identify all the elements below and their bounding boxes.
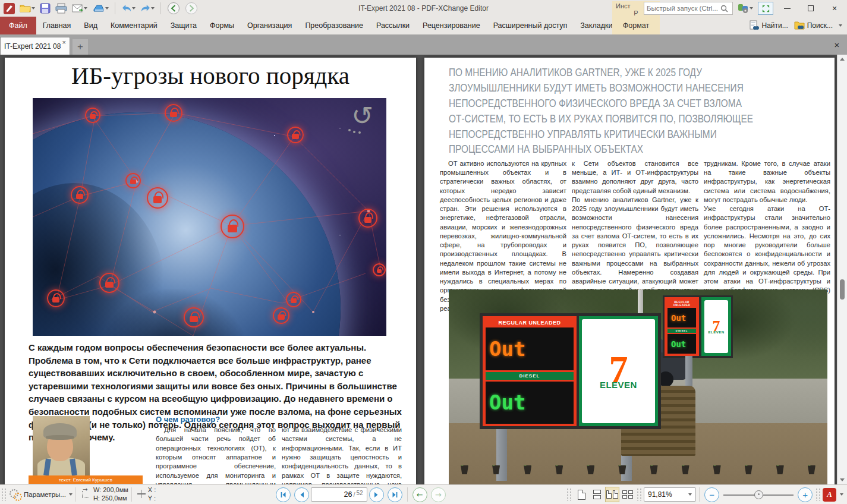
undo-button[interactable] xyxy=(120,1,137,15)
padlock-icon xyxy=(85,108,100,123)
menu-organize[interactable]: Организация xyxy=(241,17,298,34)
email-button[interactable] xyxy=(71,1,89,15)
gas-price-sign-main: REGULAR UNLEADED Out DIESEL Out 7 ELEVEN xyxy=(480,313,661,429)
gas-price-sign-far: REGULAR UNLEADED Out DIESEL Out 7 ELEVEN xyxy=(663,295,733,358)
find-button[interactable]: Найти... xyxy=(750,20,788,31)
search-folder-icon xyxy=(794,21,805,30)
history-forward-button[interactable]: → xyxy=(431,487,446,502)
zoom-level-dropdown[interactable]: 91,81% xyxy=(644,487,696,502)
zoom-slider[interactable] xyxy=(723,487,794,502)
history-back-button[interactable]: ← xyxy=(413,487,427,502)
padlock-icon xyxy=(358,209,377,228)
parameters-dropdown[interactable]: Параметры... xyxy=(24,491,73,498)
right-page-column-3: трудникам. Кроме того, в случае атаки на… xyxy=(704,159,830,304)
padlock-icon xyxy=(165,104,182,122)
menu-accessibility[interactable]: Расширенный доступ xyxy=(487,17,574,34)
page-number-input[interactable]: 26 / 52 xyxy=(311,487,367,502)
app-window: IT-Expert 2021 08 - PDF-XChange Editor И… xyxy=(0,0,847,504)
pull-quote-headline: ПО МНЕНИЮ АНАЛИТИКОВ GARTNER, УЖЕ К 2025… xyxy=(449,65,826,158)
scroll-down-icon[interactable] xyxy=(839,477,845,483)
scroll-up-icon[interactable] xyxy=(839,56,845,62)
chevron-down-icon[interactable] xyxy=(840,493,843,496)
tab-close-icon[interactable]: × xyxy=(62,39,66,46)
menu-comment[interactable]: Комментарий xyxy=(104,17,164,34)
layout-two-page-continuous-button[interactable] xyxy=(621,487,635,502)
save-button[interactable] xyxy=(39,1,52,15)
padlock-icon xyxy=(184,307,204,327)
gear-icon xyxy=(8,488,21,501)
page-left: ИБ-угрозы нового порядка xyxy=(5,58,416,484)
new-tab-button[interactable]: + xyxy=(73,39,88,55)
padlock-icon xyxy=(71,186,89,204)
quick-launch-input[interactable] xyxy=(647,5,720,12)
last-page-button[interactable] xyxy=(388,487,402,502)
menu-review[interactable]: Рецензирование xyxy=(416,17,487,34)
zoom-slider-thumb[interactable] xyxy=(754,490,763,499)
padlock-icon xyxy=(373,263,386,276)
layout-single-page-button[interactable] xyxy=(574,487,588,502)
redo-button[interactable] xyxy=(139,1,156,15)
menu-home[interactable]: Главная xyxy=(36,17,78,34)
page-right: ПО МНЕНИЮ АНАЛИТИКОВ GARTNER, УЖЕ К 2025… xyxy=(424,58,835,484)
scan-button[interactable] xyxy=(91,1,110,15)
padlock-icon xyxy=(125,173,141,188)
chevron-down-icon[interactable] xyxy=(839,24,842,27)
author-caption: текст: Евгений Курышев xyxy=(29,475,143,484)
search-icon xyxy=(720,5,728,12)
rotate-page-icon[interactable]: ↺ xyxy=(351,103,373,129)
open-file-button[interactable] xyxy=(18,1,36,15)
document-viewport[interactable]: ИБ-угрозы нового порядка xyxy=(0,55,847,484)
menu-format-tab[interactable]: Формат xyxy=(612,17,660,34)
cursor-position-icon xyxy=(137,489,146,500)
padlock-icon xyxy=(147,187,168,209)
hero-image-earth-padlocks: ↺ xyxy=(33,98,386,336)
menu-file[interactable]: Файл xyxy=(0,17,36,34)
article-title: ИБ-угрозы нового порядка xyxy=(5,61,416,90)
toolbar-grip[interactable] xyxy=(815,488,821,501)
close-button[interactable]: × xyxy=(824,1,845,15)
search-files-button[interactable]: Поиск... xyxy=(794,21,833,30)
ui-options-button[interactable] xyxy=(736,1,754,15)
menu-view[interactable]: Вид xyxy=(77,17,104,34)
quick-launch-search[interactable] xyxy=(644,2,733,15)
maximize-button[interactable] xyxy=(801,1,821,15)
menu-protect[interactable]: Защита xyxy=(164,17,203,34)
nav-forward-button[interactable] xyxy=(184,1,199,15)
first-page-button[interactable] xyxy=(276,487,291,502)
left-page-column-2: ют за взаимодействие с физическими частя… xyxy=(282,426,402,484)
toolbar-grip[interactable] xyxy=(1,488,7,501)
page-size-icon xyxy=(81,489,92,500)
toolbar-grip[interactable] xyxy=(637,488,643,501)
vertical-scrollbar[interactable] xyxy=(837,55,847,484)
adobe-pdf-icon[interactable]: A xyxy=(823,488,836,502)
zoom-in-button[interactable]: + xyxy=(798,487,813,502)
layout-two-page-button[interactable] xyxy=(605,487,619,502)
right-page-column-2: к Сети объектов становится все меньше, а… xyxy=(572,159,698,304)
toolbar-grip[interactable] xyxy=(566,488,572,501)
app-logo-icon xyxy=(2,1,16,15)
menu-forms[interactable]: Формы xyxy=(203,17,241,34)
document-tab[interactable]: IT-Expert 2021 08 × xyxy=(0,37,70,55)
padlock-icon xyxy=(273,307,289,324)
minimize-button[interactable] xyxy=(777,1,797,15)
document-tab-bar: IT-Expert 2021 08 × + × xyxy=(0,34,847,55)
rotate-dots-icon xyxy=(348,129,351,131)
fullscreen-button[interactable] xyxy=(758,2,773,15)
plant-pots-row xyxy=(449,465,827,474)
next-page-button[interactable] xyxy=(369,487,384,502)
padlock-icon xyxy=(287,127,304,143)
menu-convert[interactable]: Преобразование xyxy=(298,17,370,34)
nav-back-button[interactable] xyxy=(166,1,181,15)
page-size-readout: W: 200,0мм H: 250,0мм xyxy=(93,486,128,503)
layout-continuous-button[interactable] xyxy=(590,487,604,502)
zoom-out-button[interactable]: − xyxy=(704,487,719,502)
tabbar-close-button[interactable]: × xyxy=(830,38,843,51)
scrollbar-thumb[interactable] xyxy=(840,279,845,300)
section-heading: О чем разговор? xyxy=(156,415,275,424)
prev-page-button[interactable] xyxy=(294,487,309,502)
menu-mailings[interactable]: Рассылки xyxy=(370,17,416,34)
print-button[interactable] xyxy=(54,1,68,15)
title-bar: IT-Expert 2021 08 - PDF-XChange Editor И… xyxy=(0,0,847,17)
left-page-column-1: Для начала поясним, что по большей части… xyxy=(156,426,276,484)
window-title: IT-Expert 2021 08 - PDF-XChange Editor xyxy=(250,0,597,17)
